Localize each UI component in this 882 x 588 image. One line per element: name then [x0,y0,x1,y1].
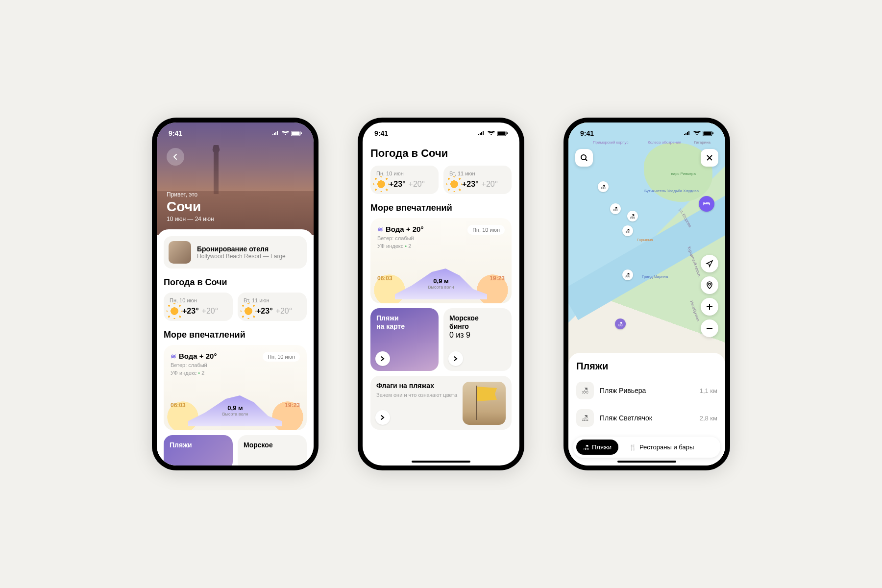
restaurant-icon: 🍴 [629,444,637,451]
beach-row-1[interactable]: 🏖 Пляж Светлячок 2,8 км [576,404,717,432]
sun-icon [170,306,179,316]
tile-marine-bingo[interactable]: Морскоебинго 0 из 9 [443,308,512,371]
beach-row-0[interactable]: 🏖 Пляж Ривьера 1,1 км [576,377,717,404]
hotel-pin[interactable] [699,196,714,212]
location-button[interactable] [701,276,718,294]
sea-visual: 06:03 19:23 0,9 м Высота волн [375,257,507,299]
phone-2: 9:41 Погода в Сочи Пн, 10 июн +23°+20° [358,118,524,470]
signal-icon [684,131,691,136]
navigation-icon [706,260,713,268]
wave-height: 0,9 м Высота волн [428,277,454,290]
tile-beaches-map[interactable]: Пляжи [164,435,233,466]
weather-lo: +20° [276,307,293,316]
locate-button[interactable] [701,255,718,272]
sunset-time: 19:23 [285,402,300,409]
home-indicator[interactable] [412,461,470,463]
wifi-icon [282,131,289,136]
weather-lo: +20° [482,180,498,189]
zoom-out-button[interactable] [701,319,718,337]
tile-beaches-map[interactable]: Пляжина карте [370,308,439,371]
flag-photo [463,382,506,425]
bed-icon [703,200,710,208]
weather-hi: +23° [256,307,273,316]
sunrise-time: 06:03 [377,275,392,282]
weather-date: Вт, 11 июн [449,171,506,176]
day-pill[interactable]: Пн, 10 июн [467,225,505,235]
beach-pin[interactable]: 🏖 [598,181,609,192]
map-label-nesebr: Несебрская [689,300,701,321]
wifi-icon [488,131,495,136]
weather-card-0[interactable]: Пн, 10 июн +23°+20° [164,293,233,321]
booking-thumb [169,241,191,264]
close-button[interactable] [701,149,718,167]
svg-rect-5 [507,132,508,134]
pin-icon [706,281,713,289]
svg-point-10 [709,283,710,285]
status-bar: 9:41 [157,122,314,144]
sun-icon [449,179,459,189]
water-temp: Вода + 20° [386,225,423,233]
status-bar: 9:41 [363,122,519,144]
booking-title: Бронирование отеля [197,245,286,253]
chip-restaurants[interactable]: 🍴 Рестораны и бары [622,440,701,455]
weather-lo: +20° [409,180,425,189]
beach-pin[interactable]: 🏖 [627,211,638,221]
map-label-riviera-park: парк Ривьера [671,172,696,176]
signal-icon [478,131,486,136]
sea-visual: 06:03 19:23 0,9 м Высота волн [169,384,302,426]
tile-marine[interactable]: Морское [238,435,307,466]
status-time: 9:41 [374,129,388,137]
flags-title: Флаги на пляжах [376,382,458,390]
back-button[interactable] [167,148,184,166]
hero-city: Сочи [167,199,214,215]
plus-icon [706,303,713,310]
weather-card-1[interactable]: Вт, 11 июн +23°+20° [238,293,307,321]
beach-icon: 🏖 [576,382,594,399]
day-pill[interactable]: Пн, 10 июн [263,352,300,362]
booking-subtitle: Hollywood Beach Resort — Large [197,253,286,260]
beach-distance: 1,1 км [700,387,717,394]
weather-heading: Погода в Сочи [164,277,307,288]
flags-card[interactable]: Флаги на пляжах Зачем они и что означают… [370,376,512,430]
weather-card-1[interactable]: Вт, 11 июн +23°+20° [443,166,512,194]
home-indicator[interactable] [617,461,676,463]
wind-label: Ветер: слабый [377,235,423,241]
beach-pin[interactable]: 🏖 [622,270,633,280]
weather-card-0[interactable]: Пн, 10 июн +23°+20° [370,166,439,194]
signal-icon [272,131,280,136]
status-time: 9:41 [580,129,594,137]
phone-1: 9:41 Привет, это Сочи 10 июн — 24 июн [152,118,318,470]
booking-card[interactable]: Бронирование отеля Hollywood Beach Resor… [164,236,307,269]
status-icons [684,131,713,136]
beach-distance: 2,8 км [700,415,717,422]
beach-pin[interactable]: 🏖 [622,225,633,236]
beach-pin[interactable]: 🏖 [615,318,626,329]
uv-row: УФ индекс • 2 [171,370,217,376]
zoom-in-button[interactable] [701,298,718,316]
weather-hi: +23° [462,180,479,189]
hero-dates: 10 июн — 24 июн [167,216,214,222]
weather-lo: +20° [202,307,219,316]
uv-row: УФ индекс • 2 [377,243,423,249]
arrow-right-icon [375,351,390,366]
svg-rect-4 [498,132,506,135]
svg-rect-2 [301,132,302,134]
arrow-right-icon [448,351,463,366]
svg-rect-1 [292,132,300,135]
sea-card[interactable]: ≋ Вода + 20° Ветер: слабый УФ индекс • 2… [164,345,307,430]
svg-point-9 [581,155,586,160]
status-bar: 9:41 [568,122,725,144]
svg-rect-7 [704,132,711,135]
chip-beaches[interactable]: 🏖 Пляжи [576,440,618,455]
beach-pin[interactable]: 🏖 [610,203,621,214]
water-temp: Вода + 20° [179,352,217,360]
wave-height: 0,9 м Высота волн [222,404,248,416]
arrow-left-icon [172,153,179,161]
status-icons [272,131,302,136]
map-label-gorynych: Горыныч [637,238,653,242]
beach-name: Пляж Ривьера [600,387,694,394]
phone-3: Приморский корпус Колесо обозрения Гагар… [564,118,730,470]
search-button[interactable] [575,149,593,167]
sea-card[interactable]: ≋ Вода + 20° Ветер: слабый УФ индекс • 2… [370,218,512,303]
flags-sub: Зачем они и что означают цвета [376,392,458,398]
